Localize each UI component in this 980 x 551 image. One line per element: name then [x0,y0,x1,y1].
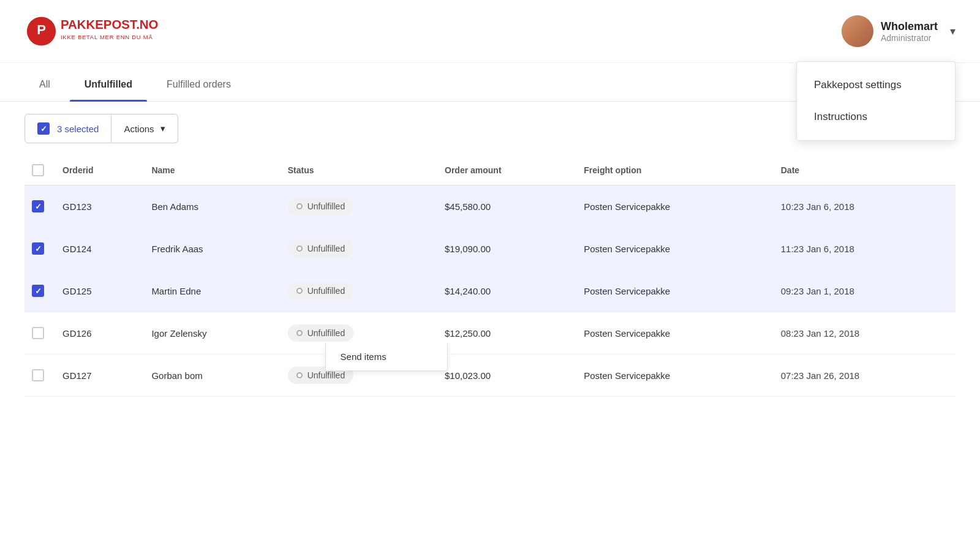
cell-status: Unfulfilled [281,228,437,270]
col-status: Status [281,156,437,186]
status-badge: Unfulfilled [288,198,353,215]
cell-status: Unfulfilled [281,186,437,228]
avatar [842,15,873,47]
actions-chevron-icon: ▾ [160,123,165,134]
table-row[interactable]: GD125 Martin Edne Unfulfilled $14,240.00… [24,270,956,312]
table-row[interactable]: GD124 Fredrik Aaas Unfulfilled $19,090.0… [24,228,956,270]
logo: P PAKKEPOST.NO IKKE BETAL MER ENN DU MÅ [24,10,159,53]
row-checkbox[interactable] [32,327,44,339]
cell-order-id: GD127 [55,354,144,397]
cell-status: Unfulfilled [281,270,437,312]
svg-text:PAKKEPOST.NO: PAKKEPOST.NO [61,18,159,31]
tab-all[interactable]: All [24,68,65,101]
select-all-checkbox[interactable] [37,122,50,135]
col-orderid: Orderid [55,156,144,186]
actions-item-send-items[interactable]: Send items [326,343,447,370]
cell-checkbox [24,312,55,354]
cell-date: 07:23 Jan 26, 2018 [774,354,956,397]
user-menu[interactable]: Wholemart Administrator ▾ [842,15,956,47]
logo-container: P PAKKEPOST.NO IKKE BETAL MER ENN DU MÅ [24,10,159,53]
table-container: Orderid Name Status Order amount Freight… [0,156,980,397]
tab-fulfilled-label: Fulfilled orders [167,79,231,89]
cell-freight-option: Posten Servicepakke [576,228,774,270]
cell-order-amount: $10,023.00 [437,354,576,397]
col-name: Name [144,156,280,186]
cell-date: 11:23 Jan 6, 2018 [774,228,956,270]
user-name: Wholemart [881,20,938,33]
col-date: Date [774,156,956,186]
tab-all-label: All [39,79,50,89]
cell-name: Gorban bom [144,354,280,397]
cell-order-id: GD124 [55,228,144,270]
row-checkbox[interactable] [32,285,44,297]
cell-date: 10:23 Jan 6, 2018 [774,186,956,228]
actions-button[interactable]: Actions ▾ [111,114,178,143]
table-header: Orderid Name Status Order amount Freight… [24,156,956,186]
cell-order-amount: $14,240.00 [437,270,576,312]
table-row[interactable]: GD126 Igor Zelensky Unfulfilled $12,250.… [24,312,956,354]
status-dot-icon [296,203,303,209]
table-row[interactable]: GD127 Gorban bom Unfulfilled $10,023.00 … [24,354,956,397]
chevron-down-icon: ▾ [950,24,956,38]
user-info: Wholemart Administrator [881,20,938,43]
cell-freight-option: Posten Servicepakke [576,354,774,397]
svg-text:P: P [37,23,46,38]
table-row[interactable]: GD123 Ben Adams Unfulfilled $45,580.00 P… [24,186,956,228]
cell-date: 09:23 Jan 1, 2018 [774,270,956,312]
status-badge: Unfulfilled [288,282,353,299]
status-dot-icon [296,330,303,336]
cell-freight-option: Posten Servicepakke [576,270,774,312]
user-role: Administrator [881,33,938,43]
cell-name: Igor Zelensky [144,312,280,354]
col-freight-option: Freight option [576,156,774,186]
header-checkbox[interactable] [32,164,44,176]
cell-order-amount: $45,580.00 [437,186,576,228]
cell-name: Martin Edne [144,270,280,312]
status-badge: Unfulfilled [288,324,353,342]
cell-checkbox [24,354,55,397]
cell-checkbox [24,228,55,270]
col-order-amount: Order amount [437,156,576,186]
cell-order-id: GD123 [55,186,144,228]
cell-date: 08:23 Jan 12, 2018 [774,312,956,354]
cell-order-id: GD125 [55,270,144,312]
selected-badge: 3 selected [24,114,111,143]
cell-name: Ben Adams [144,186,280,228]
cell-checkbox [24,270,55,312]
cell-freight-option: Posten Servicepakke [576,186,774,228]
status-dot-icon [296,246,303,252]
cell-checkbox [24,186,55,228]
header: P PAKKEPOST.NO IKKE BETAL MER ENN DU MÅ … [0,0,980,63]
row-checkbox[interactable] [32,369,44,381]
col-checkbox [24,156,55,186]
status-dot-icon [296,288,303,294]
orders-table: Orderid Name Status Order amount Freight… [24,156,956,397]
cell-name: Fredrik Aaas [144,228,280,270]
actions-label: Actions [124,124,154,134]
status-badge: Unfulfilled [288,240,353,257]
tab-unfulfilled[interactable]: Unfulfilled [70,68,147,101]
dropdown-item-instructions[interactable]: Instructions [797,101,955,133]
row-checkbox[interactable] [32,200,44,212]
tab-fulfilled[interactable]: Fulfilled orders [152,68,246,101]
cell-order-id: GD126 [55,312,144,354]
tab-unfulfilled-label: Unfulfilled [85,79,132,89]
cell-order-amount: $12,250.00 [437,312,576,354]
dropdown-item-pakkepost-settings[interactable]: Pakkepost settings [797,69,955,101]
actions-dropdown: Send items [325,343,448,371]
status-dot-icon [296,372,303,378]
table-body: GD123 Ben Adams Unfulfilled $45,580.00 P… [24,186,956,397]
cell-order-amount: $19,090.00 [437,228,576,270]
user-dropdown-menu: Pakkepost settings Instructions [796,61,956,141]
svg-text:IKKE BETAL MER ENN DU MÅ: IKKE BETAL MER ENN DU MÅ [61,34,153,40]
row-checkbox[interactable] [32,242,44,255]
cell-freight-option: Posten Servicepakke [576,312,774,354]
selected-count: 3 selected [57,124,99,134]
